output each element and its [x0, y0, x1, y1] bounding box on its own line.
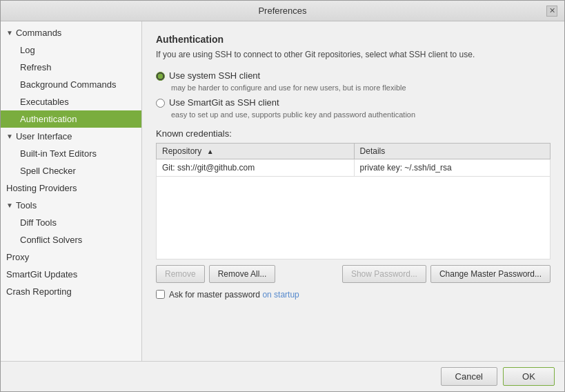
sidebar-item-diff-tools[interactable]: Diff Tools — [1, 214, 141, 231]
section-description: If you are using SSH to connect to other… — [156, 49, 551, 61]
sidebar-item-crash-reporting[interactable]: Crash Reporting — [1, 283, 141, 300]
credentials-table: Repository ▲ Details Git: ssh://git@gith… — [156, 143, 551, 259]
sidebar-background-commands-label: Background Commands — [20, 79, 116, 90]
ok-button[interactable]: OK — [503, 367, 555, 386]
sidebar: ▼ Commands Log Refresh Background Comman… — [1, 21, 142, 361]
cancel-button[interactable]: Cancel — [441, 367, 497, 386]
table-cell-details: private key: ~/.ssh/id_rsa — [354, 159, 550, 176]
table-spacer-row — [157, 176, 551, 259]
sidebar-item-refresh[interactable]: Refresh — [1, 59, 141, 76]
sidebar-hosting-providers-label: Hosting Providers — [6, 183, 77, 193]
sidebar-executables-label: Executables — [20, 97, 69, 107]
sidebar-item-user-interface[interactable]: ▼ User Interface — [1, 128, 141, 145]
sidebar-item-log[interactable]: Log — [1, 41, 141, 59]
known-credentials-label: Known credentials: — [156, 128, 551, 139]
sidebar-smartgit-updates-label: SmartGit Updates — [6, 269, 77, 280]
startup-label: Ask for master password on startup — [169, 290, 299, 300]
table-cell-repository: Git: ssh://git@github.com — [157, 159, 355, 176]
sort-arrow-icon: ▲ — [207, 148, 214, 155]
remove-all-button[interactable]: Remove All... — [209, 265, 276, 283]
startup-checkbox-row: Ask for master password on startup — [156, 290, 551, 300]
col-details-header: Details — [354, 143, 550, 159]
close-button[interactable]: ✕ — [546, 6, 557, 17]
sidebar-diff-tools-label: Diff Tools — [20, 217, 57, 228]
commands-arrow-icon: ▼ — [6, 29, 13, 37]
radio-option-system-ssh: Use system SSH client — [156, 70, 551, 81]
ssh-radio-group: Use system SSH client may be harder to c… — [156, 70, 551, 119]
sidebar-proxy-label: Proxy — [6, 252, 29, 262]
smartgit-ssh-label[interactable]: Use SmartGit as SSH client — [169, 97, 279, 108]
col-repository-header[interactable]: Repository ▲ — [157, 143, 355, 159]
right-panel: Authentication If you are using SSH to c… — [142, 21, 564, 361]
sidebar-built-in-text-editors-label: Built-in Text Editors — [20, 148, 97, 159]
system-ssh-label[interactable]: Use system SSH client — [169, 70, 260, 81]
smartgit-ssh-radio[interactable] — [156, 99, 165, 108]
sidebar-authentication-label: Authentication — [20, 114, 77, 124]
sidebar-item-hosting-providers[interactable]: Hosting Providers — [1, 179, 141, 197]
sidebar-item-spell-checker[interactable]: Spell Checker — [1, 162, 141, 179]
startup-label-pre: Ask for master password — [169, 290, 260, 300]
sidebar-conflict-solvers-label: Conflict Solvers — [20, 235, 82, 245]
dialog-footer: Cancel OK — [1, 361, 564, 391]
change-master-password-button[interactable]: Change Master Password... — [430, 265, 551, 283]
titlebar: Preferences ✕ — [1, 1, 564, 21]
sidebar-refresh-label: Refresh — [20, 62, 52, 72]
sidebar-item-background-commands[interactable]: Background Commands — [1, 76, 141, 93]
remove-button[interactable]: Remove — [156, 265, 205, 283]
smartgit-ssh-desc: easy to set up and use, supports public … — [171, 110, 551, 119]
system-ssh-desc: may be harder to configure and use for n… — [171, 84, 551, 92]
sidebar-crash-reporting-label: Crash Reporting — [6, 286, 72, 297]
system-ssh-radio[interactable] — [156, 72, 165, 81]
sidebar-item-smartgit-updates[interactable]: SmartGit Updates — [1, 266, 141, 283]
sidebar-user-interface-label: User Interface — [16, 131, 72, 141]
sidebar-item-built-in-text-editors[interactable]: Built-in Text Editors — [1, 145, 141, 162]
sidebar-spell-checker-label: Spell Checker — [20, 166, 76, 176]
sidebar-item-commands[interactable]: ▼ Commands — [1, 24, 141, 41]
sidebar-log-label: Log — [20, 45, 35, 55]
preferences-dialog: Preferences ✕ ▼ Commands Log Refresh Bac… — [0, 0, 565, 392]
main-content: ▼ Commands Log Refresh Background Comman… — [1, 21, 564, 361]
sidebar-commands-label: Commands — [16, 28, 61, 38]
ask-master-password-checkbox[interactable] — [156, 290, 165, 299]
on-startup-link[interactable]: on startup — [262, 290, 299, 300]
radio-option-smartgit-ssh: Use SmartGit as SSH client — [156, 97, 551, 108]
credentials-button-row: Remove Remove All... Show Password... Ch… — [156, 265, 551, 283]
show-password-button[interactable]: Show Password... — [342, 265, 426, 283]
sidebar-tools-label: Tools — [16, 200, 37, 210]
sidebar-item-tools[interactable]: ▼ Tools — [1, 197, 141, 214]
sidebar-item-authentication[interactable]: Authentication — [1, 110, 141, 128]
tools-arrow-icon: ▼ — [6, 202, 13, 209]
sidebar-item-proxy[interactable]: Proxy — [1, 248, 141, 266]
dialog-title: Preferences — [19, 6, 546, 16]
section-title: Authentication — [156, 34, 551, 45]
sidebar-item-executables[interactable]: Executables — [1, 93, 141, 110]
user-interface-arrow-icon: ▼ — [6, 133, 13, 140]
table-row[interactable]: Git: ssh://git@github.com private key: ~… — [157, 159, 551, 176]
sidebar-item-conflict-solvers[interactable]: Conflict Solvers — [1, 231, 141, 248]
